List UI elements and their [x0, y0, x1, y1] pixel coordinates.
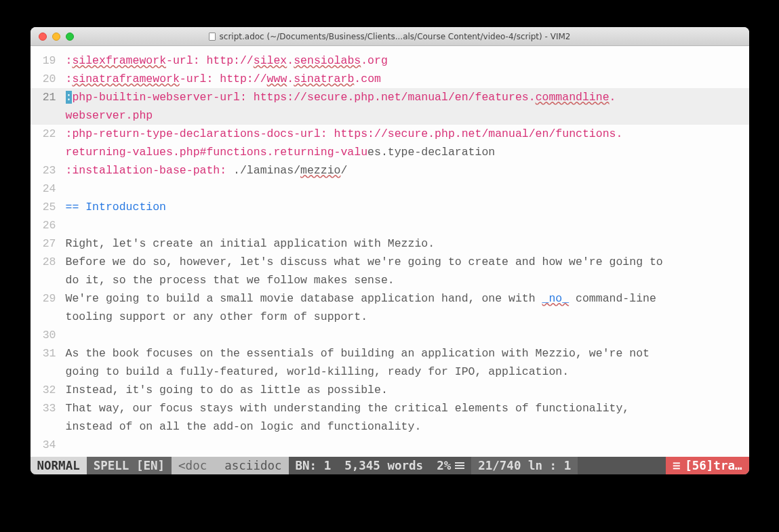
- hamburger-icon: [455, 462, 464, 469]
- line-number: 31: [31, 344, 66, 363]
- window-title-text: script.adoc (~/Documents/Business/Client…: [220, 32, 571, 41]
- code-line[interactable]: 24: [31, 180, 749, 198]
- code-line[interactable]: 30: [31, 326, 749, 344]
- code-line[interactable]: 20 :sinatraframework-url: http://www.sin…: [31, 70, 749, 88]
- editor-window: script.adoc (~/Documents/Business/Client…: [31, 27, 749, 474]
- code-line[interactable]: 29 We're going to build a small movie da…: [31, 289, 749, 308]
- code-line-wrap[interactable]: 00 going to build a fully-featured, worl…: [31, 363, 749, 381]
- line-number: 27: [31, 234, 66, 253]
- heading: == Introduction: [66, 201, 167, 213]
- scroll-percent: 2%: [430, 457, 471, 474]
- code-line[interactable]: 28 Before we do so, however, let's discu…: [31, 253, 749, 271]
- window-title: script.adoc (~/Documents/Business/Client…: [31, 32, 749, 41]
- line-number: 22: [31, 125, 66, 143]
- code-line[interactable]: 31 As the book focuses on the essentials…: [31, 344, 749, 363]
- cursor-position: 21/740 ln : 1: [471, 457, 578, 474]
- line-number: 29: [31, 289, 66, 308]
- vim-mode: NORMAL: [31, 457, 87, 474]
- code-line-current[interactable]: 21 :php-builtin-webserver-url: https://s…: [31, 88, 749, 106]
- warning-icon: ☰: [673, 461, 681, 471]
- line-number: 33: [31, 399, 66, 417]
- titlebar[interactable]: script.adoc (~/Documents/Business/Client…: [31, 27, 749, 46]
- buffer-number: BN: 1: [289, 457, 338, 474]
- code-line[interactable]: 26: [31, 216, 749, 234]
- code-line-wrap[interactable]: 00 returning-values.php#functions.return…: [31, 143, 749, 161]
- status-bar: NORMAL SPELL [EN] <doc asciidoc BN: 1 5,…: [31, 457, 749, 474]
- trailing-whitespace-indicator: ☰ [56]tra…: [666, 457, 748, 474]
- file-icon: [209, 33, 216, 41]
- code-line-wrap[interactable]: 00 instead of on all the add-on logic an…: [31, 417, 749, 436]
- code-line[interactable]: 27 Right, let's create an initial applic…: [31, 234, 749, 253]
- editor-area[interactable]: 19 :silexframework-url: http://silex.sen…: [31, 46, 749, 457]
- code-line[interactable]: 19 :silexframework-url: http://silex.sen…: [31, 52, 749, 70]
- code-line-wrap[interactable]: 00 webserver.php: [31, 106, 749, 125]
- line-number: 23: [31, 161, 66, 180]
- code-line-wrap[interactable]: 00 tooling support or any other form of …: [31, 308, 749, 326]
- spell-indicator: SPELL [EN]: [87, 457, 172, 474]
- line-number: 20: [31, 70, 66, 88]
- line-number: 28: [31, 253, 66, 271]
- line-number: 24: [31, 180, 66, 198]
- line-number: 30: [31, 326, 66, 344]
- line-number: 32: [31, 381, 66, 399]
- code-line[interactable]: 23 :installation-base-path: ./laminas/me…: [31, 161, 749, 180]
- cursor: :: [66, 91, 73, 104]
- line-number: 25: [31, 198, 66, 216]
- code-line[interactable]: 34: [31, 436, 749, 454]
- code-line[interactable]: 22 :php-return-type-declarations-docs-ur…: [31, 125, 749, 143]
- code-line[interactable]: 33 That way, our focus stays with unders…: [31, 399, 749, 417]
- code-line-wrap[interactable]: 00 do it, so the process that we follow …: [31, 271, 749, 289]
- code-line[interactable]: 25 == Introduction: [31, 198, 749, 216]
- code-line[interactable]: 32 Instead, it's going to do as little a…: [31, 381, 749, 399]
- word-count: 5,345 words: [338, 457, 430, 474]
- filetype-indicator: asciidoc: [214, 457, 288, 474]
- line-number: 21: [31, 88, 66, 106]
- line-number: 26: [31, 216, 66, 234]
- line-number: 19: [31, 52, 66, 70]
- line-number: 34: [31, 436, 66, 454]
- doc-indicator: <doc: [172, 457, 214, 474]
